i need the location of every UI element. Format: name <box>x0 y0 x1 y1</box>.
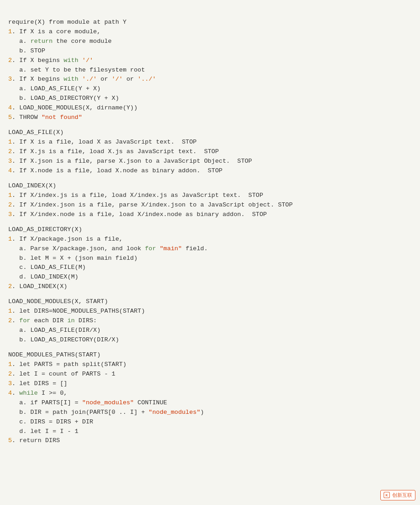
section-header: require(X) from module at path Y <box>8 18 409 27</box>
section-gap <box>8 292 409 297</box>
code-line: 1. If X/package.json is a file, <box>8 235 409 244</box>
code-line: 1. If X/index.js is a file, load X/index… <box>8 191 409 201</box>
code-line: a. LOAD_AS_FILE(Y + X) <box>8 84 409 94</box>
code-line: b. DIR = path join(PARTS[0 .. I] + "node… <box>8 408 409 417</box>
code-content: require(X) from module at path Y1. If X … <box>8 8 409 446</box>
code-line: 2. for each DIR in DIRS: <box>8 316 409 326</box>
code-line: 5. return DIRS <box>8 436 409 446</box>
code-line: 1. If X is a core module, <box>8 27 409 37</box>
code-line: a. set Y to be the filesystem root <box>8 66 409 75</box>
code-line: b. let M = X + (json main field) <box>8 254 409 263</box>
watermark-label: 创新互联 <box>392 491 412 499</box>
code-line: 1. let PARTS = path split(START) <box>8 360 409 370</box>
code-line: 3. If X.json is a file, parse X.json to … <box>8 157 409 166</box>
code-line: b. LOAD_AS_DIRECTORY(Y + X) <box>8 94 409 103</box>
code-line: 2. let I = count of PARTS - 1 <box>8 370 409 379</box>
code-line: 2. If X begins with '/' <box>8 56 409 66</box>
code-line: 4. LOAD_NODE_MODULES(X, dirname(Y)) <box>8 103 409 113</box>
code-line: a. Parse X/package.json, and look for "m… <box>8 244 409 254</box>
code-line: 1. let DIRS=NODE_MODULES_PATHS(START) <box>8 307 409 316</box>
code-line: 1. If X is a file, load X as JavaScript … <box>8 138 409 147</box>
section-gap <box>8 345 409 350</box>
code-line: a. LOAD_AS_FILE(DIR/X) <box>8 326 409 335</box>
section-header: LOAD_INDEX(X) <box>8 181 409 191</box>
code-line: c. LOAD_AS_FILE(M) <box>8 263 409 273</box>
code-line: 3. If X begins with './' or '/' or '../' <box>8 75 409 84</box>
svg-text:K: K <box>385 494 388 497</box>
section-header: LOAD_AS_DIRECTORY(X) <box>8 225 409 235</box>
watermark-icon: K <box>384 492 390 498</box>
code-line: 4. If X.node is a file, load X.node as b… <box>8 166 409 176</box>
section-gap <box>8 123 409 128</box>
code-line: 3. let DIRS = [] <box>8 379 409 389</box>
code-line: 5. THROW "not found" <box>8 113 409 123</box>
code-line: d. let I = I - 1 <box>8 427 409 437</box>
code-line: a. return the core module <box>8 37 409 46</box>
code-line: d. LOAD_INDEX(M) <box>8 273 409 282</box>
section-gap <box>8 176 409 181</box>
code-line: c. DIRS = DIRS + DIR <box>8 417 409 427</box>
section-header: NODE_MODULES_PATHS(START) <box>8 350 409 360</box>
code-line: 4. while I >= 0, <box>8 389 409 398</box>
code-line: 2. LOAD_INDEX(X) <box>8 282 409 292</box>
code-line: 2. If X/index.json is a file, parse X/in… <box>8 201 409 210</box>
code-line: 3. If X/index.node is a file, load X/ind… <box>8 210 409 220</box>
section-header: LOAD_AS_FILE(X) <box>8 128 409 138</box>
section-gap <box>8 220 409 225</box>
section-header: LOAD_NODE_MODULES(X, START) <box>8 297 409 307</box>
code-line: 2. If X.js is a file, load X.js as JavaS… <box>8 147 409 157</box>
code-line: b. STOP <box>8 46 409 56</box>
watermark: K 创新互联 <box>380 490 415 500</box>
code-line: b. LOAD_AS_DIRECTORY(DIR/X) <box>8 335 409 345</box>
code-line: a. if PARTS[I] = "node_modules" CONTINUE <box>8 398 409 408</box>
